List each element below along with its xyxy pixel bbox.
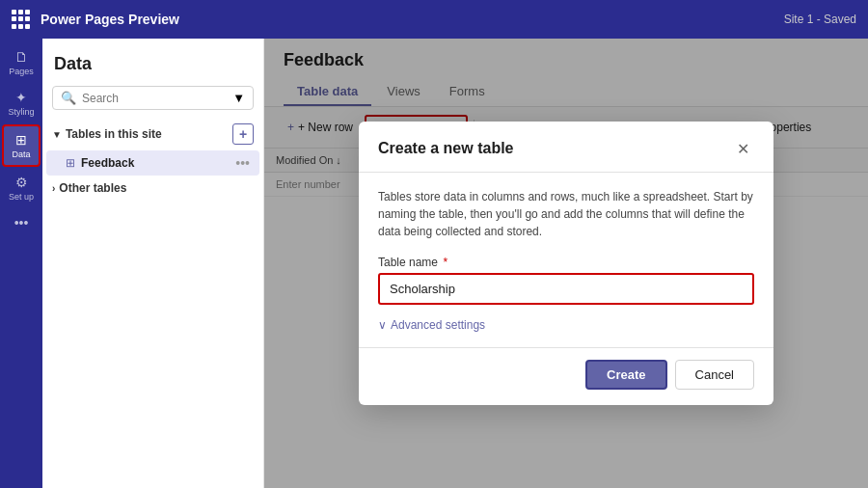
dialog-footer: Create Cancel — [359, 347, 773, 405]
tables-section-label: Tables in this site — [66, 127, 162, 141]
styling-icon: ✦ — [15, 90, 27, 105]
topbar: Power Pages Preview Site 1 - Saved — [0, 0, 868, 39]
table-name-input[interactable] — [378, 273, 754, 305]
table-name-label: Table name * — [378, 256, 754, 269]
sidebar-title: Data — [42, 39, 263, 82]
nav-label-setup: Set up — [9, 192, 34, 202]
dialog-header: Create a new table ✕ — [359, 122, 773, 173]
filter-icon[interactable]: ▼ — [232, 91, 245, 105]
dialog-body: Tables store data in columns and rows, m… — [359, 173, 773, 347]
other-tables-label: Other tables — [59, 181, 126, 195]
cancel-button[interactable]: Cancel — [675, 360, 754, 390]
nav-item-more[interactable]: ••• — [2, 209, 41, 236]
main-layout: 🗋 Pages ✦ Styling ⊞ Data ⚙ Set up ••• Da… — [0, 39, 868, 488]
sidebar-search-container[interactable]: 🔍 ▼ — [52, 86, 254, 110]
pages-icon: 🗋 — [14, 49, 28, 65]
dialog-description: Tables store data in columns and rows, m… — [378, 188, 754, 240]
app-title: Power Pages Preview — [41, 12, 179, 27]
required-indicator: * — [443, 256, 448, 269]
chevron-down-advanced-icon: ∨ — [378, 318, 387, 332]
other-tables-section[interactable]: › Other tables — [42, 176, 263, 201]
data-icon: ⊞ — [15, 132, 27, 148]
table-item-feedback[interactable]: ⊞ Feedback ••• — [46, 150, 259, 176]
table-name-feedback: Feedback — [81, 156, 230, 170]
chevron-down-icon: ▼ — [52, 129, 62, 140]
dialog-overlay: Create a new table ✕ Tables store data i… — [264, 39, 868, 488]
sidebar: Data 🔍 ▼ ▼ Tables in this site + ⊞ Feedb… — [42, 39, 264, 488]
create-table-dialog: Create a new table ✕ Tables store data i… — [359, 122, 773, 405]
dialog-title: Create a new table — [378, 140, 514, 157]
table-more-button[interactable]: ••• — [235, 155, 250, 171]
dialog-close-button[interactable]: ✕ — [731, 137, 754, 160]
search-input[interactable] — [82, 92, 227, 105]
search-icon: 🔍 — [61, 91, 76, 105]
nav-item-setup[interactable]: ⚙ Set up — [2, 169, 41, 207]
nav-label-pages: Pages — [9, 67, 34, 76]
nav-label-styling: Styling — [8, 107, 34, 117]
app-status: Site 1 - Saved — [784, 13, 856, 26]
app-grid-icon — [12, 10, 31, 29]
table-grid-icon: ⊞ — [66, 156, 75, 170]
create-button[interactable]: Create — [585, 360, 666, 390]
nav-label-data: Data — [12, 149, 30, 159]
more-icon: ••• — [14, 215, 29, 230]
tables-in-this-site-section[interactable]: ▼ Tables in this site + — [42, 118, 263, 150]
setup-icon: ⚙ — [15, 175, 28, 190]
chevron-right-icon: › — [52, 183, 55, 194]
left-nav: 🗋 Pages ✦ Styling ⊞ Data ⚙ Set up ••• — [0, 39, 42, 488]
content-area: Feedback Table data Views Forms + + New … — [264, 39, 868, 488]
nav-item-pages[interactable]: 🗋 Pages — [2, 43, 41, 82]
nav-item-data[interactable]: ⊞ Data — [2, 124, 41, 167]
nav-item-styling[interactable]: ✦ Styling — [2, 84, 41, 122]
advanced-settings-toggle[interactable]: ∨ Advanced settings — [378, 318, 754, 332]
add-table-button[interactable]: + — [232, 123, 254, 145]
